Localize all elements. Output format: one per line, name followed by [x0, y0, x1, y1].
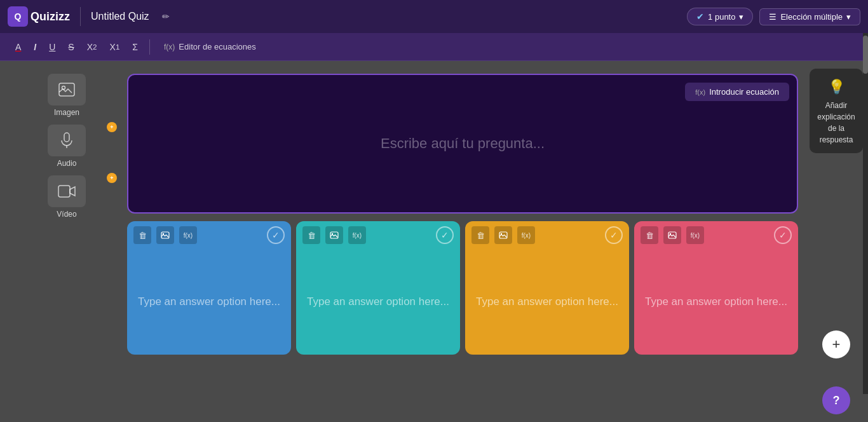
answer-3-text[interactable]: Type an answer option here... — [465, 249, 629, 355]
question-type-label: Elección múltiple — [780, 12, 843, 22]
answer-3-placeholder: Type an answer option here... — [476, 294, 618, 310]
equation-label: Editor de ecuaciones — [179, 42, 255, 51]
main-area: Imagen + Audio + Vídeo f(x) Introducir e… — [0, 61, 868, 422]
microphone-icon — [48, 125, 86, 156]
bulb-icon: 💡 — [815, 76, 858, 97]
superscript-btn[interactable]: X2 — [82, 39, 102, 55]
points-selector[interactable]: ✔ 1 punto ▾ — [687, 8, 753, 25]
answer-2-check-btn[interactable]: ✓ — [436, 226, 454, 244]
answer-4-delete-btn[interactable]: 🗑 — [641, 226, 658, 244]
toolbar-divider — [149, 39, 150, 55]
chevron-down-icon: ▾ — [739, 12, 743, 22]
formatting-toolbar: A I U S X2 X1 Σ f(x) Editor de ecuacione… — [0, 33, 868, 61]
answer-card-1[interactable]: 🗑 f(x) ✓ Type an answer option here... — [127, 221, 291, 355]
answer-card-2[interactable]: 🗑 f(x) ✓ Type an answer option here... — [296, 221, 460, 355]
underline-btn[interactable]: U — [44, 39, 60, 55]
answer-1-toolbar: 🗑 f(x) ✓ — [127, 221, 291, 249]
answer-3-delete-btn[interactable]: 🗑 — [471, 226, 489, 244]
answer-4-placeholder: Type an answer option here... — [645, 294, 787, 310]
equation-editor-btn[interactable]: f(x) Editor de ecuaciones — [156, 39, 264, 54]
answer-3-image-btn[interactable] — [494, 226, 512, 244]
answer-1-image-btn[interactable] — [156, 226, 174, 244]
center-content: f(x) Introducir ecuación Escribe aquí tu… — [121, 61, 804, 422]
answer-card-3[interactable]: 🗑 f(x) ✓ Type an answer option here... — [465, 221, 629, 355]
video-label: Vídeo — [57, 210, 76, 219]
audio-label: Audio — [57, 159, 77, 168]
insert-equation-button[interactable]: f(x) Introducir ecuación — [685, 83, 789, 101]
points-label: 1 punto — [708, 12, 735, 22]
video-icon — [48, 175, 86, 207]
strikethrough-btn[interactable]: S — [63, 39, 79, 55]
answer-4-check-btn[interactable]: ✓ — [774, 226, 792, 244]
right-panel: 💡 Añadir explicación de la respuesta + ? — [804, 61, 868, 422]
special-chars-btn[interactable]: Σ — [127, 39, 143, 55]
answer-4-text[interactable]: Type an answer option here... — [634, 249, 798, 355]
italic-btn[interactable]: I — [29, 39, 41, 55]
plus-icon: + — [832, 336, 841, 353]
question-area[interactable]: f(x) Introducir ecuación Escribe aquí tu… — [127, 74, 798, 214]
equation-icon: f(x) — [164, 43, 175, 51]
question-type-selector[interactable]: ☰ Elección múltiple ▾ — [759, 8, 860, 25]
nav-right: ✔ 1 punto ▾ ☰ Elección múltiple ▾ — [687, 8, 860, 25]
logo: Q Quizizz — [8, 6, 70, 27]
answer-2-placeholder: Type an answer option here... — [307, 294, 449, 310]
scrollbar-thumb[interactable] — [863, 36, 868, 74]
answer-1-placeholder: Type an answer option here... — [138, 294, 280, 310]
edit-title-button[interactable]: ✏ — [157, 9, 175, 24]
formula-icon: f(x) — [695, 88, 705, 96]
answers-grid: 🗑 f(x) ✓ Type an answer option here... 🗑 — [127, 221, 798, 355]
pencil-icon: ✏ — [162, 11, 170, 22]
svg-rect-4 — [58, 186, 70, 197]
answer-3-toolbar: 🗑 f(x) ✓ — [465, 221, 629, 249]
question-type-icon: ☰ — [769, 12, 776, 22]
image-label: Imagen — [54, 108, 79, 117]
hint-text: Añadir explicación de la respuesta — [817, 101, 855, 144]
quiz-title: Untitled Quiz — [91, 11, 149, 22]
answer-2-delete-btn[interactable]: 🗑 — [302, 226, 320, 244]
left-sidebar: Imagen + Audio + Vídeo — [0, 61, 121, 422]
subscript-btn[interactable]: X1 — [105, 39, 125, 55]
answer-1-text[interactable]: Type an answer option here... — [127, 249, 291, 355]
answer-4-image-btn[interactable] — [663, 226, 681, 244]
audio-badge: + — [107, 122, 117, 132]
logo-icon: Q — [8, 6, 28, 27]
image-tool[interactable]: Imagen — [13, 74, 121, 117]
help-button[interactable]: ? — [822, 386, 850, 414]
insert-equation-label: Introducir ecuación — [709, 87, 779, 97]
answer-3-check-btn[interactable]: ✓ — [605, 226, 623, 244]
top-navigation: Q Quizizz Untitled Quiz ✏ ✔ 1 punto ▾ ☰ … — [0, 0, 868, 33]
hint-card[interactable]: 💡 Añadir explicación de la respuesta — [810, 69, 863, 153]
video-tool[interactable]: + Vídeo — [13, 175, 121, 219]
answer-2-text[interactable]: Type an answer option here... — [296, 249, 460, 355]
question-mark-icon: ? — [833, 394, 840, 407]
scrollbar-track — [863, 33, 868, 394]
add-answer-button[interactable]: + — [822, 330, 850, 358]
svg-rect-2 — [64, 133, 69, 142]
video-badge: + — [107, 173, 117, 183]
answer-1-delete-btn[interactable]: 🗑 — [133, 226, 151, 244]
answer-1-check-btn[interactable]: ✓ — [267, 226, 285, 244]
answer-card-4[interactable]: 🗑 f(x) ✓ Type an answer option here... — [634, 221, 798, 355]
answer-4-formula-btn[interactable]: f(x) — [686, 226, 704, 244]
answer-3-formula-btn[interactable]: f(x) — [517, 226, 535, 244]
answer-2-toolbar: 🗑 f(x) ✓ — [296, 221, 460, 249]
answer-2-image-btn[interactable] — [325, 226, 343, 244]
logo-text: Quizizz — [31, 10, 70, 24]
text-color-btn[interactable]: A — [10, 39, 26, 55]
nav-divider — [80, 7, 81, 26]
audio-tool[interactable]: + Audio — [13, 125, 121, 168]
answer-1-formula-btn[interactable]: f(x) — [179, 226, 197, 244]
image-icon — [48, 74, 86, 106]
answer-4-toolbar: 🗑 f(x) ✓ — [634, 221, 798, 249]
check-icon: ✔ — [696, 11, 704, 22]
answer-2-formula-btn[interactable]: f(x) — [348, 226, 366, 244]
question-placeholder: Escribe aquí tu pregunta... — [381, 135, 545, 152]
chevron-down-icon-2: ▾ — [846, 12, 851, 22]
